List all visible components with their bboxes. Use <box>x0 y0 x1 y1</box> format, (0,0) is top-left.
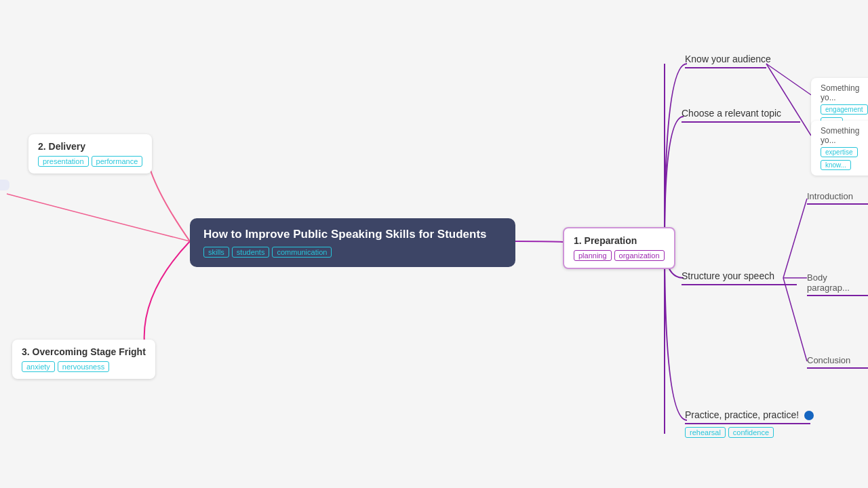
choose-topic-node: Choose a relevant topic <box>682 105 800 125</box>
svg-line-4 <box>783 199 807 278</box>
conclusion-node: Conclusion <box>807 352 868 371</box>
stage-fright-node[interactable]: 3. Overcoming Stage Fright anxiety nervo… <box>12 340 155 379</box>
tag-planning: planning <box>574 250 612 261</box>
body-title: Body paragrap... <box>807 272 868 293</box>
mic-icon <box>804 411 814 420</box>
tag-presentation: presentation <box>38 156 89 167</box>
delivery-title: 2. Delivery <box>38 141 142 152</box>
tag-rehearsal: rehearsal <box>685 427 726 438</box>
practice-title: Practice, practice, practice! <box>685 409 814 420</box>
introduction-node: Introduction <box>807 188 868 207</box>
introduction-title: Introduction <box>807 191 868 201</box>
central-title: How to Improve Public Speaking Skills fo… <box>203 228 502 241</box>
something1-title: Something yo... <box>821 83 868 102</box>
tag-anxiety: anxiety <box>22 361 55 372</box>
structure-title: Structure your speech <box>682 270 797 281</box>
tag-expertise: expertise <box>821 147 858 157</box>
something2-title: Something yo... <box>821 126 868 145</box>
tag-confidence: confidence <box>728 427 774 438</box>
structure-node: Structure your speech <box>682 268 797 288</box>
central-node[interactable]: How to Improve Public Speaking Skills fo… <box>190 218 515 267</box>
tag-organization: organization <box>614 250 665 261</box>
tag-communication: communication <box>272 247 332 258</box>
mindmap-container: How to Improve Public Speaking Skills fo… <box>0 0 868 488</box>
delivery-node[interactable]: 2. Delivery presentation performance <box>28 134 152 174</box>
partial-something2: Something yo... expertise know... <box>811 121 868 176</box>
central-tags: skills students communication <box>203 247 502 258</box>
tag-performance: performance <box>92 156 143 167</box>
stage-tags: anxiety nervousness <box>22 361 146 372</box>
svg-line-2 <box>766 64 811 95</box>
know-audience-node: Know your audience <box>685 51 771 71</box>
left-partial-node <box>0 180 9 190</box>
choose-topic-title: Choose a relevant topic <box>682 108 800 119</box>
know-audience-title: Know your audience <box>685 54 771 64</box>
tag-nervousness: nervousness <box>58 361 109 372</box>
delivery-tags: presentation performance <box>38 156 142 167</box>
tag-students: students <box>232 247 270 258</box>
svg-line-6 <box>783 278 807 361</box>
stage-title: 3. Overcoming Stage Fright <box>22 346 146 357</box>
prep-title: 1. Preparation <box>574 235 665 246</box>
prep-tags: planning organization <box>574 250 665 261</box>
practice-tags: rehearsal confidence <box>685 427 814 438</box>
tag-skills: skills <box>203 247 229 258</box>
conclusion-title: Conclusion <box>807 355 868 365</box>
tag-engagement: engagement <box>821 104 868 115</box>
body-paragraph-node: Body paragrap... <box>807 270 868 299</box>
practice-node: Practice, practice, practice! rehearsal … <box>685 407 814 441</box>
tag-know: know... <box>821 160 851 170</box>
preparation-node[interactable]: 1. Preparation planning organization <box>563 227 675 269</box>
